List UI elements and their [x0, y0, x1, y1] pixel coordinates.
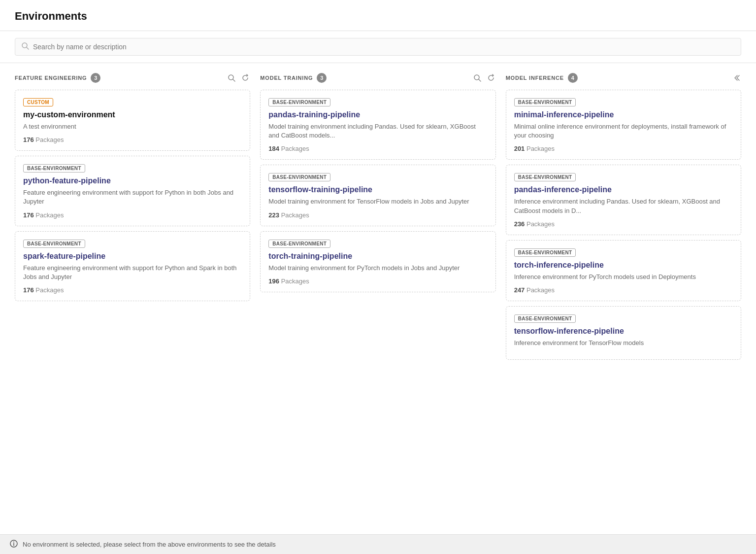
card-desc-model-inference-0: Minimal online inference environment for…	[514, 122, 733, 140]
search-input[interactable]	[33, 43, 735, 51]
column-model-inference: MODEL INFERENCE4 BASE-ENVIRONMENTminimal…	[506, 73, 741, 524]
card-name-model-training-0: pandas-training-pipeline	[268, 110, 487, 119]
card-model-inference-2[interactable]: BASE-ENVIRONMENTtorch-inference-pipeline…	[506, 240, 741, 301]
card-desc-model-training-0: Model training environment including Pan…	[268, 122, 487, 140]
card-name-model-inference-0: minimal-inference-pipeline	[514, 110, 733, 119]
column-count-model-inference: 4	[568, 73, 578, 83]
card-model-inference-0[interactable]: BASE-ENVIRONMENTminimal-inference-pipeli…	[506, 90, 741, 160]
column-count-feature-engineering: 3	[91, 73, 100, 83]
card-feature-engineering-1[interactable]: BASE-ENVIRONMENTpython-feature-pipelineF…	[15, 156, 250, 226]
card-feature-engineering-2[interactable]: BASE-ENVIRONMENTspark-feature-pipelineFe…	[15, 231, 250, 301]
badge-model-inference-3: BASE-ENVIRONMENT	[514, 314, 576, 323]
card-desc-model-inference-3: Inference environment for TensorFlow mod…	[514, 339, 733, 347]
column-feature-engineering: FEATURE ENGINEERING3 CUSTOMmy-custom-env…	[15, 73, 250, 524]
card-desc-model-inference-1: Inference environment including Pandas. …	[514, 197, 733, 215]
card-desc-model-inference-2: Inference environment for PyTorch models…	[514, 273, 733, 281]
status-bar: No environment is selected, please selec…	[0, 534, 756, 554]
column-header-model-training: MODEL TRAINING3	[260, 73, 495, 83]
card-desc-feature-engineering-2: Feature engineering environment with sup…	[23, 264, 242, 281]
column-actions-model-training	[472, 73, 496, 83]
search-icon	[21, 42, 29, 52]
badge-model-training-1: BASE-ENVIRONMENT	[268, 173, 330, 181]
svg-line-1	[27, 47, 29, 49]
card-feature-engineering-0[interactable]: CUSTOMmy-custom-environmentA test enviro…	[15, 90, 250, 151]
card-name-feature-engineering-2: spark-feature-pipeline	[23, 252, 242, 261]
card-name-feature-engineering-1: python-feature-pipeline	[23, 176, 242, 185]
card-desc-model-training-1: Model training environment for TensorFlo…	[268, 197, 487, 206]
card-model-training-0[interactable]: BASE-ENVIRONMENTpandas-training-pipeline…	[260, 90, 495, 160]
card-packages-model-inference-2: 247 Packages	[514, 286, 733, 294]
search-action-btn-model-training[interactable]	[472, 73, 482, 83]
badge-model-inference-2: BASE-ENVIRONMENT	[514, 248, 576, 257]
card-model-inference-1[interactable]: BASE-ENVIRONMENTpandas-inference-pipelin…	[506, 165, 741, 235]
main-content: FEATURE ENGINEERING3 CUSTOMmy-custom-env…	[0, 63, 756, 534]
search-input-wrapper[interactable]	[15, 38, 741, 56]
svg-line-3	[233, 79, 235, 81]
card-packages-model-inference-0: 201 Packages	[514, 145, 733, 152]
badge-feature-engineering-2: BASE-ENVIRONMENT	[23, 240, 85, 248]
card-model-training-1[interactable]: BASE-ENVIRONMENTtensorflow-training-pipe…	[260, 165, 495, 226]
svg-point-8	[13, 542, 14, 543]
column-model-training: MODEL TRAINING3 BASE-ENVIRONMENTpandas-t…	[260, 73, 495, 524]
page-title: Environments	[15, 10, 741, 23]
card-packages-model-training-0: 184 Packages	[268, 145, 487, 152]
back-action-btn-model-inference[interactable]	[731, 73, 741, 83]
column-actions-feature-engineering	[227, 73, 250, 83]
info-icon	[10, 540, 18, 549]
card-desc-feature-engineering-1: Feature engineering environment with sup…	[23, 188, 242, 206]
column-header-feature-engineering: FEATURE ENGINEERING3	[15, 73, 250, 83]
badge-model-inference-0: BASE-ENVIRONMENT	[514, 98, 576, 106]
page-header: Environments	[0, 0, 756, 31]
column-header-model-inference: MODEL INFERENCE4	[506, 73, 741, 83]
card-name-feature-engineering-0: my-custom-environment	[23, 110, 242, 119]
card-packages-model-training-1: 223 Packages	[268, 211, 487, 219]
card-name-model-inference-3: tensorflow-inference-pipeline	[514, 327, 733, 336]
card-name-model-inference-1: pandas-inference-pipeline	[514, 185, 733, 194]
search-bar	[0, 31, 756, 63]
badge-feature-engineering-1: BASE-ENVIRONMENT	[23, 164, 85, 173]
card-packages-model-training-2: 196 Packages	[268, 277, 487, 285]
card-packages-feature-engineering-0: 176 Packages	[23, 136, 242, 143]
column-actions-model-inference	[731, 73, 741, 83]
page-wrapper: Environments FEATURE ENGINEERING3 CUSTOM…	[0, 0, 756, 554]
card-packages-feature-engineering-2: 176 Packages	[23, 286, 242, 294]
badge-model-training-2: BASE-ENVIRONMENT	[268, 240, 330, 248]
search-action-btn-feature-engineering[interactable]	[227, 73, 236, 83]
badge-model-inference-1: BASE-ENVIRONMENT	[514, 173, 576, 181]
card-model-training-2[interactable]: BASE-ENVIRONMENTtorch-training-pipelineM…	[260, 231, 495, 292]
card-packages-feature-engineering-1: 176 Packages	[23, 211, 242, 219]
cards-list-feature-engineering: CUSTOMmy-custom-environmentA test enviro…	[15, 90, 250, 524]
column-title-feature-engineering: FEATURE ENGINEERING	[15, 75, 87, 81]
card-desc-feature-engineering-0: A test environment	[23, 122, 242, 131]
column-count-model-training: 3	[317, 73, 327, 83]
cards-list-model-training: BASE-ENVIRONMENTpandas-training-pipeline…	[260, 90, 495, 524]
card-packages-model-inference-1: 236 Packages	[514, 220, 733, 228]
column-title-model-training: MODEL TRAINING	[260, 75, 313, 81]
badge-feature-engineering-0: CUSTOM	[23, 98, 53, 106]
card-name-model-training-1: tensorflow-training-pipeline	[268, 185, 487, 194]
status-message: No environment is selected, please selec…	[23, 541, 276, 548]
card-desc-model-training-2: Model training environment for PyTorch m…	[268, 264, 487, 273]
svg-line-5	[479, 79, 481, 81]
column-title-model-inference: MODEL INFERENCE	[506, 75, 564, 81]
card-name-model-training-2: torch-training-pipeline	[268, 252, 487, 261]
card-model-inference-3[interactable]: BASE-ENVIRONMENTtensorflow-inference-pip…	[506, 306, 741, 360]
card-name-model-inference-2: torch-inference-pipeline	[514, 261, 733, 270]
badge-model-training-0: BASE-ENVIRONMENT	[268, 98, 330, 106]
refresh-action-btn-feature-engineering[interactable]	[240, 73, 250, 83]
cards-list-model-inference: BASE-ENVIRONMENTminimal-inference-pipeli…	[506, 90, 741, 521]
refresh-action-btn-model-training[interactable]	[486, 73, 496, 83]
